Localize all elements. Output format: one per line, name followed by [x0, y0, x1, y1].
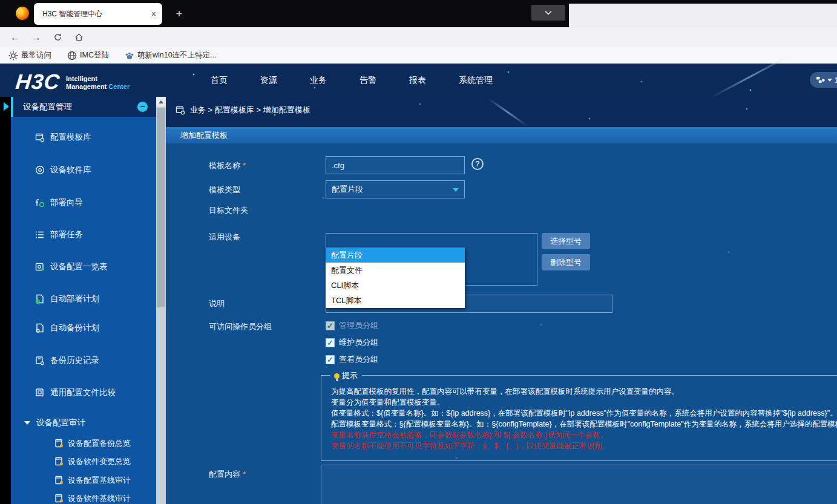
home-icon	[74, 33, 84, 42]
sidebar-subitem-software-change-overview[interactable]: 设备软件变更总览	[54, 456, 131, 467]
backup-history-icon	[35, 356, 45, 365]
operator-groups-label: 可访问操作员分组	[209, 321, 272, 332]
checkbox-checked-icon[interactable]: ✓	[326, 355, 335, 364]
operator-group-viewer[interactable]: ✓ 查看员分组	[326, 353, 378, 365]
bookmark-win10-issue[interactable]: 萌新win10连不上特定...	[125, 50, 217, 61]
tab-strip-light-area	[569, 4, 837, 27]
sidebar-title: 设备配置管理	[23, 102, 72, 113]
tip-line: 值变量格式：${值变量名称}。如：${ip address}，在部署该配置模板时…	[331, 408, 837, 419]
tab-list-chevron-button[interactable]	[531, 5, 565, 21]
template-library-icon	[35, 133, 45, 142]
sidebar-collapse-button[interactable]: −	[137, 102, 148, 112]
dropdown-option-tcl-script[interactable]: TCL脚本	[326, 293, 465, 308]
breadcrumb-page-icon	[176, 105, 185, 115]
nav-home[interactable]: 首页	[211, 75, 228, 86]
sidebar-item-deploy-wizard[interactable]: 部署向导	[35, 197, 83, 208]
browser-tab-strip: H3C 智能管理中心 × +	[0, 0, 837, 27]
checkbox-checked-icon[interactable]: ✓	[326, 338, 335, 347]
sidebar-item-auto-deploy-plan[interactable]: 自动部署计划	[35, 293, 99, 304]
header-query-button[interactable]: 查	[810, 72, 837, 88]
browser-toolbar: ← →	[0, 27, 837, 47]
delete-model-button[interactable]: 删除型号	[542, 254, 590, 270]
nav-resources[interactable]: 资源	[260, 75, 277, 86]
sidebar-header[interactable]: 设备配置管理 −	[11, 97, 156, 117]
reload-icon	[53, 33, 62, 42]
sidebar-group-device-config-audit[interactable]: 设备配置审计	[24, 417, 85, 428]
dropdown-option-cli-script[interactable]: CLI脚本	[326, 278, 465, 293]
sidebar-subitem-software-baseline-audit[interactable]: 设备软件基线审计	[54, 493, 131, 504]
tab-close-icon[interactable]: ×	[151, 9, 156, 19]
query-label-partial: 查	[835, 74, 837, 85]
dropdown-option-config-fragment[interactable]: 配置片段	[326, 247, 465, 263]
bookmark-imc-login[interactable]: IMC登陆	[67, 50, 109, 61]
checkbox-checked-disabled-icon: ✓	[326, 321, 335, 330]
panel-header: 增加配置模板	[166, 127, 837, 143]
task-list-icon	[35, 230, 45, 240]
tip-warning-line: 变量名称前后空格会被忽略，即参数${参数名称} 和 ${ 参数名称 }视为同一个…	[331, 430, 837, 440]
new-tab-button[interactable]: +	[171, 5, 188, 22]
breadcrumb: 业务 > 配置模板库 > 增加配置模板	[176, 105, 310, 116]
required-asterisk: *	[243, 470, 246, 479]
left-edge-strip	[0, 97, 11, 504]
widget-cluster-icon	[816, 76, 825, 84]
nav-alarm[interactable]: 告警	[359, 75, 376, 86]
nav-system[interactable]: 系统管理	[459, 75, 493, 86]
sidebar-pointer-icon	[4, 102, 9, 111]
config-content-label: 配置内容*	[209, 469, 246, 480]
template-type-label: 模板类型	[209, 185, 240, 195]
browser-tab[interactable]: H3C 智能管理中心 ×	[34, 3, 162, 25]
sidebar-item-device-software-library[interactable]: 设备软件库	[35, 165, 91, 175]
sidebar-item-device-config-overview[interactable]: 设备配置一览表	[35, 261, 108, 272]
top-navigation: 首页 资源 业务 告警 报表 系统管理	[211, 64, 493, 97]
help-icon[interactable]: ?	[471, 158, 484, 170]
template-type-select[interactable]: 配置片段	[326, 180, 465, 198]
dropdown-option-config-file[interactable]: 配置文件	[326, 263, 465, 278]
home-button[interactable]	[70, 27, 88, 47]
sidebar-item-auto-backup-plan[interactable]: 自动备份计划	[35, 322, 99, 333]
bookmarks-bar: 最常访问 IMC登陆 萌新win10连不上特定...	[0, 47, 837, 64]
template-type-dropdown: 配置片段 配置文件 CLI脚本 TCL脚本	[326, 247, 465, 308]
sidebar-item-config-template-library[interactable]: 配置模板库	[35, 132, 91, 143]
panel-title: 增加配置模板	[180, 130, 228, 141]
sidebar: 设备配置管理 − 配置模板库 设备软件库 部署向导	[11, 97, 156, 504]
reload-button[interactable]	[48, 27, 67, 47]
scrollbar-thumb[interactable]	[157, 108, 165, 307]
operator-group-admin[interactable]: ✓ 管理员分组	[326, 319, 378, 332]
doc-gear-icon	[54, 494, 64, 503]
description-label: 说明	[209, 298, 225, 309]
sidebar-subitem-config-backup-overview[interactable]: 设备配置备份总览	[54, 438, 131, 449]
vertical-scrollbar[interactable]	[156, 97, 166, 504]
h3c-logo-subtitle: Intelligent Management Center	[66, 75, 130, 91]
config-content-textarea[interactable]	[321, 465, 837, 504]
lightbulb-icon	[334, 373, 340, 379]
sidebar-accent-bar	[11, 97, 13, 117]
select-arrow-icon	[453, 188, 459, 192]
tip-warning-line: 变量的名称不能使用不可见字符及如下字符：§、$、{、}，以便变量能被正常识别。	[331, 440, 837, 451]
operator-group-maintainer[interactable]: ✓ 维护员分组	[326, 336, 378, 349]
sidebar-subitem-config-baseline-audit[interactable]: 设备配置基线审计	[54, 475, 131, 486]
bookmark-most-visited[interactable]: 最常访问	[8, 50, 51, 61]
auto-deploy-doc-icon	[35, 294, 45, 304]
forward-button[interactable]: →	[27, 27, 45, 47]
chevron-down-icon	[24, 421, 30, 425]
doc-gear-icon	[54, 457, 64, 466]
minus-icon: −	[140, 102, 145, 111]
nav-service[interactable]: 业务	[310, 75, 327, 86]
sidebar-item-backup-history[interactable]: 备份历史记录	[35, 355, 99, 366]
template-name-input[interactable]	[326, 156, 465, 174]
select-model-button[interactable]: 选择型号	[542, 233, 590, 249]
nav-report[interactable]: 报表	[409, 75, 426, 86]
template-name-label: 模板名称*	[209, 160, 246, 171]
breadcrumb-text[interactable]: 业务 > 配置模板库 > 增加配置模板	[190, 105, 310, 116]
sidebar-item-deploy-tasks[interactable]: 部署任务	[35, 229, 83, 240]
firefox-icon[interactable]	[16, 7, 29, 20]
gear-icon	[8, 51, 18, 61]
h3c-logo-text: H3C	[15, 70, 61, 94]
chevron-down-icon	[544, 10, 553, 15]
scrollbar-up-button[interactable]	[156, 97, 166, 106]
deploy-wizard-icon	[35, 198, 45, 208]
back-button[interactable]: ←	[6, 27, 24, 47]
sidebar-item-generic-config-compare[interactable]: 通用配置文件比较	[35, 387, 116, 398]
software-disc-icon	[35, 165, 45, 175]
auto-backup-doc-icon	[35, 323, 45, 333]
